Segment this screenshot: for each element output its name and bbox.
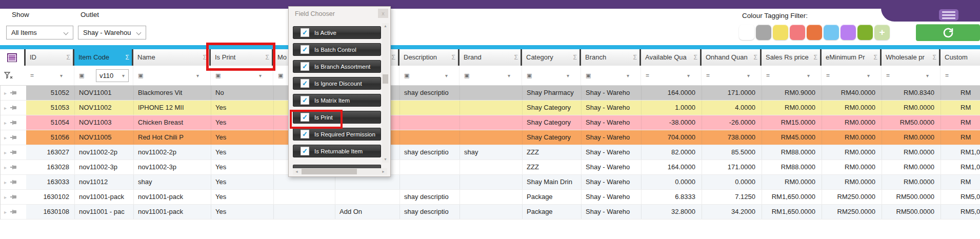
cell-mo[interactable] (274, 190, 335, 204)
row-expand-icon[interactable]: ▸ (4, 101, 7, 115)
cell-id[interactable]: 51054 (26, 115, 75, 130)
cell-name[interactable]: Chicken Breast (134, 115, 211, 130)
cell-brand[interactable] (460, 205, 523, 219)
column-header-sales-price[interactable]: Sales Rs priceΣ (762, 49, 820, 66)
filter-dropdown-icon[interactable]: ▾ (445, 73, 448, 78)
cell-id[interactable]: 1630102 (26, 190, 75, 204)
field-chooser-item[interactable]: ✓ Is Active (293, 26, 381, 39)
cell-item-code[interactable]: NOV11001 (75, 86, 134, 100)
table-row[interactable]: ▸ 163027 nov11002-2p nov11002-2p Yes sha… (1, 145, 980, 160)
cell-is-print[interactable]: Yes (211, 101, 274, 115)
cell-description[interactable] (400, 101, 460, 115)
filter-cell-onhand[interactable]: =▾ (702, 66, 762, 85)
cell-sales[interactable]: RM1,650.0000 (762, 205, 822, 219)
pin-icon[interactable] (10, 194, 17, 200)
cell-available[interactable]: 82.0000 (642, 145, 702, 160)
cell-onhand[interactable]: 34.2000 (702, 205, 762, 219)
cell-brand[interactable] (460, 115, 523, 130)
cell-brand[interactable] (460, 101, 523, 115)
cell-branch[interactable]: Shay - Wareho (582, 175, 642, 189)
cell-description[interactable] (400, 130, 460, 145)
cell-wholesale[interactable]: RM0.0000 (882, 145, 941, 160)
cell-available[interactable]: 704.0000 (642, 130, 702, 145)
filter-cell-item-code[interactable]: ▣ ▾ (74, 66, 133, 85)
cell-eminimum[interactable]: RM250.0000 (822, 205, 882, 219)
colour-swatch[interactable] (841, 25, 856, 40)
cell-item-code[interactable]: NOV11003 (75, 115, 134, 130)
filter-dropdown-icon[interactable]: ▾ (60, 73, 63, 78)
cell-sales[interactable]: RM15.0000 (762, 115, 822, 130)
cell-eminimum[interactable]: RM0.0000 (822, 115, 882, 130)
cell-mo[interactable] (274, 175, 335, 189)
cell-item-code[interactable]: nov11002-3p (75, 160, 134, 174)
cell-brand[interactable] (460, 86, 523, 100)
pin-icon[interactable] (10, 134, 17, 141)
column-header-id[interactable]: IDΣ (26, 49, 73, 66)
checkbox-checked-icon[interactable]: ✓ (301, 147, 309, 155)
cell-hidden-column[interactable] (335, 190, 400, 204)
cell-branch[interactable]: Shay - Wareho (582, 190, 642, 204)
colour-swatch[interactable] (807, 25, 822, 40)
cell-item-code[interactable]: nov11001 - pac (75, 205, 134, 219)
table-row[interactable]: ▸ 51053 NOV11002 IPHONE 12 MII Yes Shay … (1, 101, 980, 115)
cell-category[interactable]: Package (523, 190, 582, 204)
cell-available[interactable]: 6.8333 (642, 190, 702, 204)
cell-eminimum[interactable]: RM250.0000 (822, 190, 882, 204)
cell-eminimum[interactable]: RM0.0000 (822, 145, 882, 160)
cell-onhand[interactable]: 85.5000 (702, 145, 762, 160)
cell-id[interactable]: 163027 (26, 145, 75, 160)
cell-branch[interactable]: Shay - Wareho (582, 205, 642, 219)
cell-category[interactable]: Shay Pharmacy (523, 86, 582, 100)
field-chooser-item[interactable]: ✓ Is Print (293, 111, 381, 124)
table-row[interactable]: ▸ 51056 NOV11005 Red Hot Chili P Yes Sha… (1, 130, 980, 145)
filter-dropdown-icon[interactable]: ▾ (807, 73, 810, 78)
row-expand-icon[interactable]: ▸ (4, 205, 7, 219)
cell-is-print[interactable]: No (211, 86, 274, 100)
cell-onhand[interactable]: 738.0000 (702, 130, 762, 145)
cell-available[interactable]: -38.0000 (642, 115, 702, 130)
table-row[interactable]: ▸ 51052 NOV11001 Blackmores Vit No shay … (1, 86, 980, 101)
cell-wholesale[interactable]: RM0.0000 (882, 175, 941, 189)
cell-brand[interactable] (460, 160, 523, 174)
cell-available[interactable]: 1.0000 (642, 101, 702, 115)
equals-filter-icon[interactable]: = (766, 72, 770, 79)
equals-filter-icon[interactable]: = (886, 72, 890, 79)
cell-branch[interactable]: Shay - Wareho (582, 130, 642, 145)
cell-branch[interactable]: Shay - Wareho (582, 101, 642, 115)
filter-cell-available[interactable]: =▾ (641, 66, 702, 85)
cell-wholesale[interactable]: RM50.0000 (882, 115, 941, 130)
column-header-eminimum-price[interactable]: eMinimum PrΣ (822, 49, 880, 66)
filter-cell-category[interactable]: ▣▾ (522, 66, 581, 85)
cell-is-print[interactable]: Yes (211, 115, 274, 130)
cell-custom[interactable]: RM (941, 175, 980, 189)
equals-filter-icon[interactable]: = (945, 72, 949, 79)
field-chooser-item[interactable]: ✓ Is Ignore Discount (293, 77, 381, 90)
filter-cell-custom[interactable]: = (941, 66, 980, 85)
clear-filter-cell[interactable] (0, 66, 26, 85)
column-header-onhand-qty[interactable]: Onhand QuanΣ (702, 49, 760, 66)
close-icon[interactable]: x (378, 9, 388, 18)
cell-eminimum[interactable]: RM0.0000 (822, 160, 882, 174)
cell-available[interactable]: 0.0000 (642, 175, 702, 189)
cell-custom[interactable]: RM (941, 101, 980, 115)
filter-cell-id[interactable]: =▾ (26, 66, 74, 85)
cell-id[interactable]: 163028 (26, 160, 75, 174)
cell-brand[interactable] (460, 190, 523, 204)
cell-branch[interactable]: Shay - Wareho (582, 86, 642, 100)
cell-name[interactable]: IPHONE 12 MII (134, 101, 211, 115)
colour-swatch[interactable] (857, 25, 873, 40)
cell-name[interactable]: nov11002-2p (134, 145, 211, 160)
equals-filter-icon[interactable]: = (706, 72, 710, 79)
cell-onhand[interactable]: 171.0000 (702, 86, 762, 100)
row-handle[interactable]: ▸ (1, 190, 26, 204)
table-row[interactable]: ▸ 51054 NOV11003 Chicken Breast Yes Shay… (1, 115, 980, 130)
box-filter-icon[interactable]: ▣ (215, 72, 221, 79)
filter-dropdown-icon[interactable]: ▾ (196, 73, 199, 78)
colour-swatch[interactable] (756, 25, 771, 40)
row-expand-icon[interactable]: ▸ (4, 145, 7, 160)
scrollbar-thumb[interactable] (302, 169, 357, 174)
filter-dropdown-icon[interactable]: ▾ (926, 73, 929, 78)
cell-hidden-column[interactable] (335, 175, 400, 189)
cell-eminimum[interactable]: RM0.0000 (822, 130, 882, 145)
cell-brand[interactable] (460, 130, 523, 145)
